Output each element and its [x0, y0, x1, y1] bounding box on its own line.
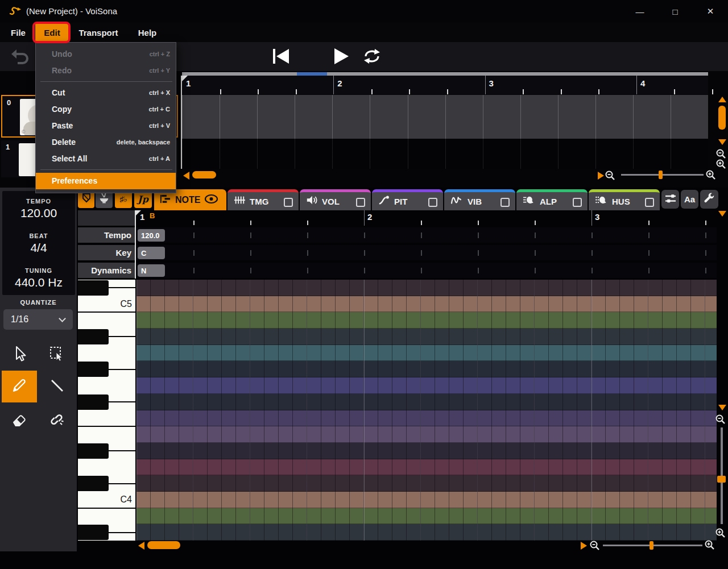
key-separator — [109, 336, 135, 337]
settings-button[interactable] — [700, 190, 718, 209]
zoom-in-icon[interactable] — [715, 528, 726, 541]
zoom-in-icon[interactable] — [715, 159, 727, 172]
beat-value[interactable]: 4/4 — [2, 241, 75, 255]
scroll-left-arrow[interactable] — [183, 172, 189, 180]
tool-unlink[interactable] — [39, 405, 75, 437]
scroll-right-arrow[interactable] — [598, 172, 604, 180]
tab-vib[interactable]: VIB — [444, 189, 515, 210]
black-key-a-3[interactable] — [78, 525, 109, 540]
zoom-in-icon[interactable] — [705, 169, 717, 183]
scroll-right-arrow[interactable] — [581, 542, 587, 550]
dynamics-value-pill[interactable]: N — [138, 264, 165, 277]
arrangement-h-scroll-thumb[interactable] — [192, 171, 216, 178]
close-button[interactable]: ✕ — [697, 0, 723, 23]
key-separator — [78, 426, 135, 427]
octave-label-c4: C4 — [121, 495, 132, 505]
pianoroll-h-scroll-thumb[interactable] — [147, 541, 180, 549]
menubar-item-help[interactable]: Help — [135, 23, 159, 42]
menubar-item-transport[interactable]: Transport — [78, 23, 118, 42]
arrangement-lane-0[interactable] — [182, 95, 708, 139]
tab-pit-label: PIT — [394, 197, 407, 206]
key-value-pill[interactable]: C — [138, 247, 165, 259]
tab-vol-checkbox[interactable] — [356, 198, 365, 207]
copyright-mark: © — [22, 129, 26, 135]
tool-line[interactable] — [39, 371, 75, 402]
menu-item-paste[interactable]: Pastectrl + V — [36, 118, 176, 134]
zoom-in-icon[interactable] — [704, 539, 715, 553]
tab-alp[interactable]: ALP — [516, 189, 588, 210]
tab-tmg[interactable]: TMG — [228, 189, 299, 210]
menu-item-preferences[interactable]: Preferences — [36, 173, 176, 189]
tab-vol[interactable]: VOL — [300, 189, 371, 210]
piano-keys[interactable]: C5C4 — [78, 280, 135, 541]
scroll-up-arrow[interactable] — [718, 97, 726, 102]
mixer-button[interactable] — [661, 190, 679, 209]
tool-eraser[interactable] — [2, 405, 37, 437]
arrangement-lane-1[interactable] — [182, 139, 708, 169]
undo-toolbar-icon[interactable] — [10, 47, 30, 69]
menu-item-label: Undo — [52, 49, 72, 59]
zoom-out-icon[interactable] — [589, 540, 601, 554]
beat-tick — [364, 268, 365, 273]
zoom-out-icon[interactable] — [605, 170, 616, 184]
menu-item-cut[interactable]: Cutctrl + X — [36, 85, 176, 101]
tab-alp-checkbox[interactable] — [573, 198, 582, 207]
note-roll-icon — [159, 193, 171, 207]
scroll-down-arrow[interactable] — [718, 211, 726, 217]
header-strip-tempo[interactable] — [136, 227, 717, 243]
header-strip-dynamics[interactable] — [136, 263, 717, 278]
key-separator — [109, 401, 135, 402]
tempo-value[interactable]: 120.00 — [2, 206, 75, 220]
quantize-dropdown[interactable]: 1/16 — [3, 309, 73, 330]
black-key-c-5[interactable] — [78, 280, 109, 296]
volume-icon — [305, 194, 318, 208]
pianoroll-grid[interactable] — [136, 280, 717, 541]
unlink-icon — [48, 411, 65, 430]
menu-item-redo[interactable]: Redoctrl + Y — [36, 63, 176, 79]
arrangement-zoom-thumb[interactable] — [659, 171, 663, 179]
tab-hus-checkbox[interactable] — [645, 198, 654, 207]
minimize-button[interactable]: — — [627, 0, 653, 23]
menu-item-delete[interactable]: Deletedelete, backspace — [36, 134, 176, 151]
black-key-f-4[interactable] — [78, 394, 109, 410]
play-button[interactable] — [332, 47, 350, 68]
menubar-item-file[interactable]: File — [6, 23, 31, 42]
rewind-to-start-button[interactable] — [271, 47, 291, 68]
tool-marquee-select[interactable] — [39, 339, 75, 371]
arrangement-ruler[interactable]: 1234 — [182, 76, 708, 94]
pianoroll-ruler[interactable]: 1B23 — [136, 210, 717, 226]
black-key-g-4[interactable] — [78, 362, 109, 377]
scroll-down-arrow[interactable] — [718, 139, 726, 145]
menu-separator — [40, 169, 172, 170]
black-key-d-4[interactable] — [78, 443, 109, 459]
menu-item-undo[interactable]: Undoctrl + Z — [36, 46, 176, 63]
scroll-left-arrow[interactable] — [138, 542, 144, 550]
menu-item-select-all[interactable]: Select Allctrl + A — [36, 151, 176, 167]
menu-item-copy[interactable]: Copyctrl + C — [36, 101, 176, 118]
text-style-button[interactable]: Aa — [681, 190, 698, 209]
header-strip-key[interactable] — [136, 245, 717, 260]
pianoroll-zoom-thumb[interactable] — [650, 541, 653, 550]
black-key-c-4[interactable] — [78, 476, 109, 491]
tab-hus[interactable]: HUS — [589, 189, 660, 210]
tab-tmg-checkbox[interactable] — [284, 198, 293, 207]
scroll-down-arrow[interactable] — [718, 405, 726, 410]
tempo-value-pill[interactable]: 120.0 — [138, 229, 165, 242]
maximize-button[interactable]: □ — [662, 0, 688, 23]
vertical-zoom-thumb[interactable] — [717, 476, 726, 483]
loop-button[interactable] — [362, 47, 382, 68]
arrangement-v-scroll-thumb[interactable] — [718, 106, 726, 130]
app-window: (New Project) - VoiSona — □ ✕ FileEditTr… — [0, 0, 728, 569]
tab-pit-checkbox[interactable] — [428, 198, 437, 207]
key-separator — [109, 369, 135, 370]
tool-cursor[interactable] — [2, 339, 37, 371]
tool-pencil[interactable] — [2, 371, 37, 402]
zoom-out-icon[interactable] — [715, 414, 726, 427]
black-key-a-4[interactable] — [78, 329, 109, 344]
menubar-item-edit[interactable]: Edit — [35, 23, 69, 42]
tuning-value[interactable]: 440.0 Hz — [2, 276, 75, 289]
menu-separator — [40, 81, 172, 82]
tab-vib-checkbox[interactable] — [500, 198, 510, 207]
tab-pit[interactable]: PIT — [372, 189, 443, 210]
beat-tick — [478, 232, 479, 238]
